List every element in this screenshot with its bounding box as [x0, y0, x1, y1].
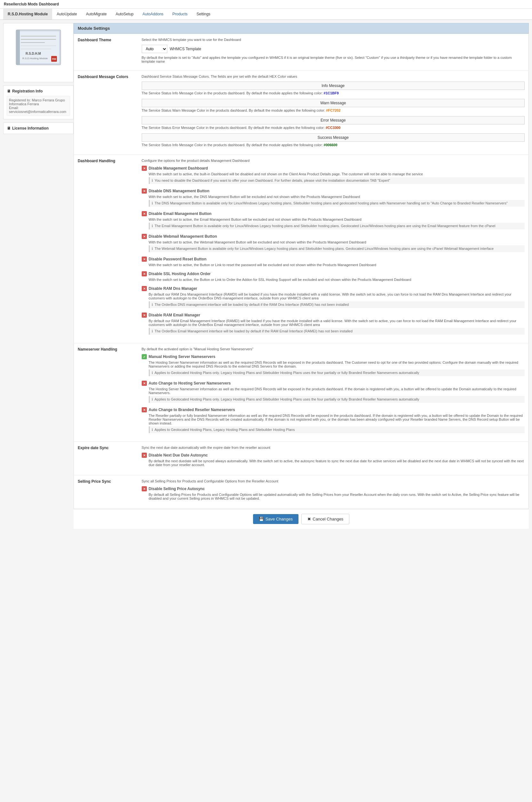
toggle-manual-ns: ✓ Manual Hosting Server Nameservers The … [142, 354, 525, 376]
reg-info-box: 🖥 Registration Info Registered to: Marco… [3, 85, 74, 119]
toggle-desc-disable-webmail: With the switch set to active, the Webma… [149, 240, 525, 244]
toggle-label-manual-ns[interactable]: ✓ Manual Hosting Server Nameservers [142, 354, 525, 359]
color-input-error[interactable] [142, 116, 525, 125]
cancel-button[interactable]: ✖ Cancel Changes [301, 514, 349, 524]
toggle-desc-disable-email: With the switch set to active, the Email… [149, 217, 525, 222]
license-info-box: 🖥 License Information [3, 122, 74, 134]
toggle-note-disable-webmail: ℹ The Webmail Management Button is avail… [149, 245, 525, 252]
selling-price-desc: Sync all Selling Prices for Products and… [142, 479, 525, 483]
save-icon: 💾 [259, 517, 264, 521]
sidebar: R.S.D.H.M R.S.D.Hosting Module RM 🖥 Regi… [3, 23, 74, 529]
toggle-label-disable-email[interactable]: ✕ Disable Email Management Button [142, 211, 525, 216]
expire-sync-desc: Sync the next due date automatically wit… [142, 446, 525, 450]
toggle-disable-management: ✕ Disable Management Dashboard With the … [142, 166, 525, 184]
info-icon-1: ℹ [152, 201, 153, 205]
toggle-auto-hosting-ns: ✕ Auto Change to Hosting Server Nameserv… [142, 381, 525, 403]
main-content: Module Settings Dashboard Theme Select t… [74, 23, 529, 529]
reg-info-title: 🖥 Registration Info [7, 89, 70, 93]
toggle-icon-disable-ram-dns: ✕ [142, 286, 147, 291]
toggle-desc-auto-branded-ns: The Reseller partially or fully branded … [149, 414, 525, 425]
content-dashboard-theme: Select the WHMCS template you want to us… [138, 34, 529, 71]
template-select-row: Auto Custom WHMCS Template [142, 45, 525, 53]
toggle-note-disable-email: ℹ The Email Management Button is availab… [149, 223, 525, 229]
toggle-desc-disable-ssl: With the switch set to active, the Butto… [149, 278, 525, 282]
nav-item-autoaddons[interactable]: AutoAddons [138, 8, 168, 20]
nav-item-products[interactable]: Products [168, 8, 192, 20]
content-nameserver-handling: By default the activated option is "Manu… [138, 343, 529, 442]
product-image-box: R.S.D.H.M R.S.D.Hosting Module RM [3, 23, 74, 82]
toggle-note-disable-management: ℹ You need to disable the Dashboard if y… [149, 177, 525, 184]
nav-item-hosting-module[interactable]: R.S.D.Hosting Module [3, 8, 52, 20]
svg-text:R.S.D.H.M: R.S.D.H.M [25, 52, 41, 55]
toggle-label-disable-management[interactable]: ✕ Disable Management Dashboard [142, 166, 525, 171]
table-row-expire-sync: Expire date Sync Sync the next due date … [74, 442, 529, 475]
color-row-success: The Service Status Info Message Color in… [142, 133, 525, 147]
template-select[interactable]: Auto Custom [142, 45, 167, 53]
color-value-warn: #FC7202 [326, 109, 340, 112]
toggle-label-auto-branded-ns[interactable]: ✕ Auto Change to Branded Reseller Namese… [142, 407, 525, 412]
product-image: R.S.D.H.M R.S.D.Hosting Module RM [10, 26, 67, 78]
toggle-icon-disable-price-autosync: ✕ [142, 486, 147, 491]
toggle-label-disable-price-autosync[interactable]: ✕ Disable Selling Price Autosync [142, 486, 525, 491]
color-desc-info: The Service Status Info Message Color in… [142, 91, 525, 95]
color-desc-error: The Service Status Error Message Color i… [142, 126, 525, 130]
toggle-label-disable-ram-dns[interactable]: ✕ Disable RAM Dns Manager [142, 286, 525, 291]
license-icon: 🖥 [7, 126, 11, 131]
toggle-label-disable-webmail[interactable]: ✕ Disable Webmail Management Button [142, 234, 525, 239]
color-value-info: #1C1BF9 [324, 91, 339, 95]
toggle-disable-webmail: ✕ Disable Webmail Management Button With… [142, 234, 525, 252]
toggle-icon-manual-ns: ✓ [142, 354, 147, 359]
toggle-label-auto-hosting-ns[interactable]: ✕ Auto Change to Hosting Server Nameserv… [142, 381, 525, 386]
nav-item-settings[interactable]: Settings [192, 8, 215, 20]
toggle-note-auto-hosting-ns: ℹ Applies to Geolocated Hosting Plans on… [149, 396, 525, 403]
save-button[interactable]: 💾 Save Changes [253, 514, 299, 524]
label-dashboard-handling: Dashboard Handling [74, 155, 138, 343]
toggle-label-disable-autosync[interactable]: ✕ Disable Next Due Date Autosync [142, 453, 525, 458]
nav-item-automigrate[interactable]: AutoMigrate [81, 8, 111, 20]
toggle-icon-disable-management: ✕ [142, 166, 147, 171]
toggle-note-auto-branded-ns: ℹ Applies to Geolocated Hosting Plans, L… [149, 426, 525, 433]
color-input-warn[interactable] [142, 99, 525, 107]
toggle-disable-ram-email: ✕ Disable RAM Email Manager By default o… [142, 312, 525, 335]
svg-text:RM: RM [52, 58, 56, 60]
toggle-label-disable-ram-email[interactable]: ✕ Disable RAM Email Manager [142, 312, 525, 318]
table-row-nameserver-handling: Nameserver Handling By default the activ… [74, 343, 529, 442]
dashboard-theme-desc: Select the WHMCS template you want to us… [142, 38, 525, 42]
color-desc-success: The Service Status Info Message Color in… [142, 143, 525, 147]
nav-item-autoupdate[interactable]: AutoUpdate [52, 8, 81, 20]
reg-info-icon: 🖥 [7, 89, 11, 93]
top-bar: Resellerclub Mods Dashboard [0, 0, 532, 8]
color-value-error: #CC3300 [326, 126, 340, 130]
nav-bar: R.S.D.Hosting Module AutoUpdate AutoMigr… [0, 8, 532, 20]
toggle-desc-disable-price-autosync: By default all Selling Prices for Produc… [149, 493, 525, 500]
cancel-icon: ✖ [307, 517, 311, 521]
toggle-desc-auto-hosting-ns: The Hosting Server Nameserver informatio… [149, 387, 525, 395]
section-header: Module Settings [74, 23, 529, 34]
toggle-disable-autosync: ✕ Disable Next Due Date Autosync By defa… [142, 453, 525, 467]
nav-item-autosetup[interactable]: AutoSetup [111, 8, 138, 20]
toggle-desc-manual-ns: The Hosting Server Nameserver informatio… [149, 361, 525, 368]
label-expire-sync: Expire date Sync [74, 442, 138, 475]
reg-info-text: Registered to: Marco Ferrara Grupo Infor… [7, 96, 70, 116]
content-expire-sync: Sync the next due date automatically wit… [138, 442, 529, 475]
toggle-label-disable-password[interactable]: ✕ Disable Password Reset Button [142, 256, 525, 262]
svg-rect-11 [16, 30, 20, 65]
color-input-info[interactable] [142, 81, 525, 90]
color-row-error: The Service Status Error Message Color i… [142, 116, 525, 130]
content-selling-price: Sync all Selling Prices for Products and… [138, 475, 529, 509]
color-row-info: The Service Status Info Message Color in… [142, 81, 525, 95]
toggle-note-manual-ns: ℹ Applies to Geolocated Hosting Plans on… [149, 369, 525, 376]
svg-text:R.S.D.Hosting Module: R.S.D.Hosting Module [22, 57, 48, 60]
color-input-success[interactable] [142, 133, 525, 142]
nameserver-handling-desc: By default the activated option is "Manu… [142, 347, 525, 351]
toggle-note-disable-dns: ℹ The DNS Management Button is available… [149, 200, 525, 207]
toggle-label-disable-dns[interactable]: ✕ Disable DNS Management Button [142, 188, 525, 193]
footer-buttons: 💾 Save Changes ✖ Cancel Changes [74, 509, 529, 529]
color-row-warn: The Service Status Warn Message Color in… [142, 99, 525, 112]
table-row-dashboard-theme: Dashboard Theme Select the WHMCS templat… [74, 34, 529, 71]
toggle-disable-dns: ✕ Disable DNS Management Button With the… [142, 188, 525, 207]
toggle-label-disable-ssl[interactable]: ✕ Disable SSL Hosting Addon Order [142, 271, 525, 276]
template-select-label: WHMCS Template [170, 47, 201, 51]
toggle-disable-ram-dns: ✕ Disable RAM Dns Manager By default our… [142, 286, 525, 308]
toggle-desc-disable-ram-dns: By default our RAM Dns Management Interf… [149, 292, 525, 300]
